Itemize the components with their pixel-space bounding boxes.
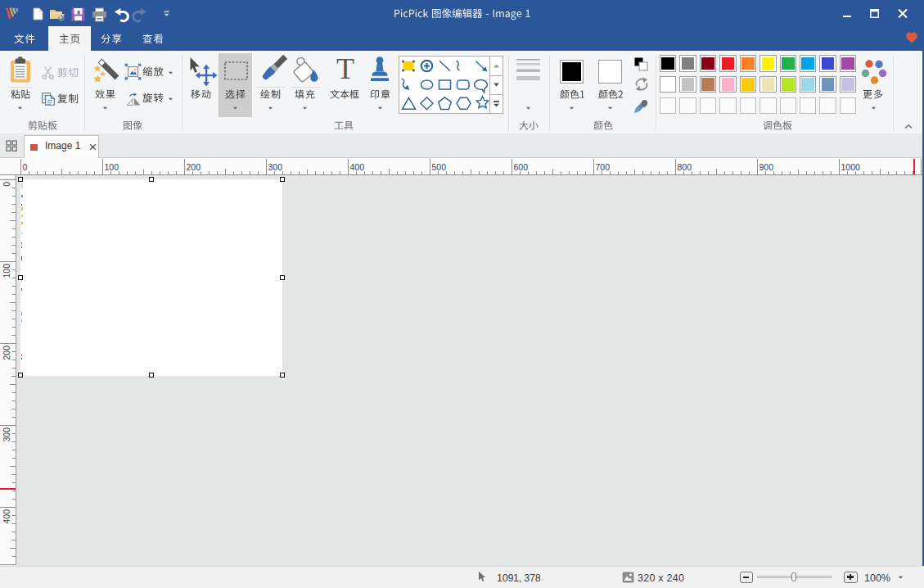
svg-text:400: 400 xyxy=(2,509,11,524)
svg-text:200: 200 xyxy=(2,346,11,360)
svg-text:100: 100 xyxy=(2,264,11,278)
svg-text:300: 300 xyxy=(2,427,11,442)
svg-text:0: 0 xyxy=(2,182,11,187)
